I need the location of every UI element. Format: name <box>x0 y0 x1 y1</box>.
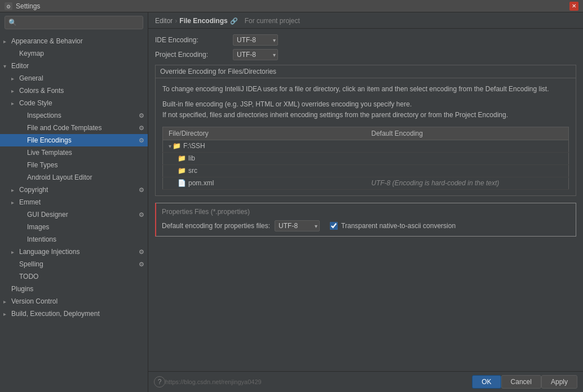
file-name: src <box>188 167 197 175</box>
sidebar-item-label: Editor <box>11 62 144 70</box>
sidebar-item-general[interactable]: General <box>0 72 148 84</box>
sidebar-item-emmet[interactable]: Emmet <box>0 196 148 208</box>
sidebar-item-label: File Types <box>27 161 144 169</box>
tree-arrow <box>11 249 19 255</box>
sidebar-item-label: Images <box>27 223 144 231</box>
sidebar-item-appearance[interactable]: Appearance & Behavior <box>0 35 148 47</box>
sidebar-item-label: Live Templates <box>27 149 144 157</box>
help-button[interactable]: ? <box>154 376 165 387</box>
settings-cog-icon: ⚙ <box>139 124 144 132</box>
breadcrumb-editor: Editor <box>155 17 173 25</box>
transparent-checkbox[interactable] <box>330 222 338 230</box>
search-box[interactable]: 🔍 <box>5 16 143 29</box>
sidebar-item-todo[interactable]: TODO <box>0 270 148 283</box>
sidebar-item-label: File and Code Templates <box>27 124 139 132</box>
sidebar-item-images[interactable]: Images <box>0 221 148 233</box>
ide-encoding-select-wrapper[interactable]: UTF-8 <box>233 34 278 46</box>
table-row[interactable]: 📁lib <box>163 152 569 164</box>
sidebar-item-colors-fonts[interactable]: Colors & Fonts <box>0 84 148 97</box>
panel-content: IDE Encoding: UTF-8 Project Encoding: UT… <box>148 29 583 371</box>
tree-arrow <box>3 299 11 305</box>
project-encoding-label: Project Encoding: <box>155 51 228 59</box>
file-encoding <box>366 164 569 177</box>
folder-icon: 📁 <box>173 142 181 150</box>
override-text-2: Built-in file encoding (e.g. JSP, HTML o… <box>162 99 569 121</box>
cancel-button[interactable]: Cancel <box>501 375 541 389</box>
close-button[interactable]: ✕ <box>569 2 578 11</box>
tree-arrow <box>11 199 19 206</box>
sidebar-item-label: Copyright <box>19 186 139 194</box>
override-text-1: To change encoding IntelliJ IDEA uses fo… <box>162 84 569 95</box>
properties-select-wrapper[interactable]: UTF-8 <box>275 220 320 231</box>
search-icon: 🔍 <box>8 19 17 26</box>
folder-icon: 📁 <box>178 167 186 175</box>
sidebar-item-label: File Encodings <box>27 136 139 144</box>
sidebar: 🔍 Appearance & BehaviorKeymapEditorGener… <box>0 12 148 392</box>
override-header: Override Encoding for Files/Directories <box>156 65 576 78</box>
tree-arrow <box>11 75 19 82</box>
sidebar-item-spelling[interactable]: Spelling⚙ <box>0 258 148 270</box>
sidebar-item-android-layout[interactable]: Android Layout Editor <box>0 171 148 184</box>
sidebar-item-live-templates[interactable]: Live Templates <box>0 146 148 159</box>
tree-arrow <box>11 100 19 106</box>
table-row[interactable]: 📄pom.xmlUTF-8 (Encoding is hard-coded in… <box>163 177 569 189</box>
sidebar-item-keymap[interactable]: Keymap <box>0 47 148 60</box>
project-encoding-select[interactable]: UTF-8 <box>233 49 278 60</box>
sidebar-item-label: GUI Designer <box>27 211 139 219</box>
search-input[interactable] <box>19 19 139 26</box>
sidebar-item-label: Plugins <box>11 285 144 293</box>
properties-title: Properties Files (*.properties) <box>162 208 570 216</box>
ide-encoding-select[interactable]: UTF-8 <box>233 34 278 46</box>
sidebar-item-file-types[interactable]: File Types <box>0 159 148 171</box>
sidebar-item-file-code-templates[interactable]: File and Code Templates⚙ <box>0 122 148 134</box>
file-encoding <box>366 152 569 164</box>
apply-button[interactable]: Apply <box>541 375 577 389</box>
settings-cog-icon: ⚙ <box>139 248 144 256</box>
file-table: File/Directory Default Encoding ▾📁F:\SSH… <box>162 127 569 190</box>
tree-arrow <box>3 63 11 69</box>
file-encoding <box>366 140 569 152</box>
sidebar-item-gui-designer[interactable]: GUI Designer⚙ <box>0 208 148 221</box>
properties-label: Default encoding for properties files: <box>162 222 270 230</box>
ide-encoding-label: IDE Encoding: <box>155 36 228 44</box>
file-name: pom.xml <box>188 179 214 187</box>
titlebar: ⚙ Settings ✕ <box>0 0 583 12</box>
table-row[interactable]: 📁src <box>163 164 569 177</box>
sidebar-item-label: Android Layout Editor <box>27 173 144 181</box>
settings-cog-icon: ⚙ <box>139 112 144 119</box>
file-name: F:\SSH <box>183 142 205 150</box>
settings-cog-icon: ⚙ <box>139 137 144 144</box>
sidebar-item-code-style[interactable]: Code Style <box>0 97 148 109</box>
settings-cog-icon: ⚙ <box>139 211 144 219</box>
table-row[interactable]: ▾📁F:\SSH <box>163 140 569 152</box>
table-header-file: File/Directory <box>163 127 366 140</box>
sidebar-item-file-encodings[interactable]: File Encodings⚙ <box>0 134 148 146</box>
settings-cog-icon: ⚙ <box>139 186 144 194</box>
sidebar-item-editor[interactable]: Editor <box>0 60 148 72</box>
sidebar-item-intentions[interactable]: Intentions <box>0 233 148 246</box>
file-name: lib <box>188 154 195 162</box>
sidebar-item-build[interactable]: Build, Execution, Deployment <box>0 308 148 320</box>
sidebar-item-plugins[interactable]: Plugins <box>0 283 148 295</box>
sidebar-item-version-control[interactable]: Version Control <box>0 295 148 308</box>
override-section: Override Encoding for Files/Directories … <box>155 65 576 196</box>
transparent-check[interactable]: Transparent native-to-ascii conversion <box>330 222 456 230</box>
sidebar-tree: Appearance & BehaviorKeymapEditorGeneral… <box>0 33 148 392</box>
sidebar-item-language-injections[interactable]: Language Injections⚙ <box>0 246 148 258</box>
ok-button[interactable]: OK <box>472 375 501 389</box>
breadcrumb-settings-icon: 🔗 <box>230 17 238 25</box>
window-icon: ⚙ <box>5 2 12 10</box>
properties-select[interactable]: UTF-8 <box>275 220 320 231</box>
project-encoding-select-wrapper[interactable]: UTF-8 <box>233 49 278 60</box>
sidebar-item-label: Inspections <box>27 112 139 119</box>
file-arrow-expanded: ▾ <box>169 143 171 149</box>
table-header-encoding: Default Encoding <box>366 127 569 140</box>
transparent-label[interactable]: Transparent native-to-ascii conversion <box>341 222 456 230</box>
bottom-bar: ? https://blog.csdn.net/renjingya0429 OK… <box>148 371 583 392</box>
footer-url: https://blog.csdn.net/renjingya0429 <box>165 378 472 385</box>
sidebar-item-copyright[interactable]: Copyright⚙ <box>0 184 148 196</box>
project-encoding-row: Project Encoding: UTF-8 <box>155 49 576 60</box>
sidebar-item-inspections[interactable]: Inspections⚙ <box>0 109 148 122</box>
file-encoding: UTF-8 (Encoding is hard-coded in the tex… <box>366 177 569 189</box>
breadcrumb-current: File Encodings <box>179 17 227 25</box>
